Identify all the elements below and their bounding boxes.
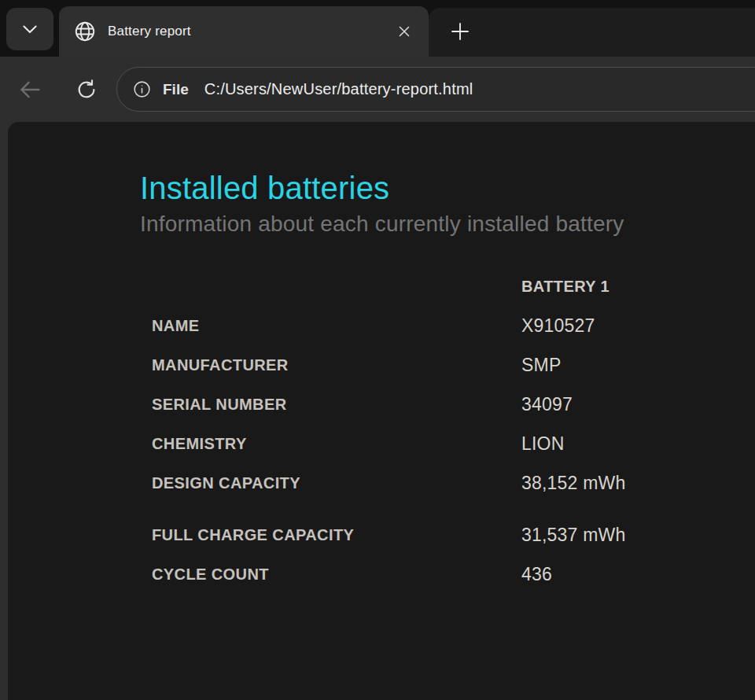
row-label: MANUFACTURER	[152, 356, 521, 374]
site-info-button[interactable]	[127, 74, 156, 105]
chevron-down-icon	[19, 18, 41, 40]
battery-table-row: MANUFACTURER SMP	[152, 345, 755, 385]
page-title: Installed batteries	[140, 171, 755, 206]
globe-favicon-icon	[73, 20, 97, 43]
close-icon	[396, 23, 413, 40]
row-label: CHEMISTRY	[152, 435, 521, 453]
new-tab-button[interactable]	[439, 10, 481, 53]
row-value: 38,152 mWh	[521, 473, 755, 494]
url-scheme-label: File	[163, 81, 189, 98]
tab-title: Battery report	[108, 24, 392, 39]
row-value: X910527	[521, 315, 755, 337]
refresh-button[interactable]	[64, 57, 109, 122]
battery-table-row: CYCLE COUNT 436	[152, 554, 755, 594]
row-label: DESIGN CAPACITY	[152, 474, 521, 492]
row-value: 436	[521, 564, 755, 585]
row-value: 31,537 mWh	[521, 525, 755, 546]
battery-table-row: NAME X910527	[152, 306, 755, 345]
battery-table: BATTERY 1 NAME X910527 MANUFACTURER SMP …	[152, 267, 755, 594]
row-value: 34097	[521, 394, 755, 415]
row-label: CYCLE COUNT	[152, 566, 521, 584]
address-url-text: C:/Users/NewUser/battery-report.html	[204, 80, 473, 98]
battery-column-header: BATTERY 1	[521, 278, 755, 296]
browser-tab-battery-report[interactable]: Battery report	[59, 6, 429, 57]
tab-search-dropdown-button[interactable]	[6, 8, 53, 50]
arrow-left-icon	[17, 76, 43, 103]
row-value: LION	[521, 433, 755, 455]
battery-table-row: DESIGN CAPACITY 38,152 mWh	[152, 463, 755, 503]
address-bar[interactable]: File C:/Users/NewUser/battery-report.htm…	[116, 67, 755, 112]
back-button[interactable]	[8, 57, 52, 122]
battery-table-header-row: BATTERY 1	[152, 267, 755, 306]
row-value: SMP	[521, 355, 755, 376]
battery-table-row: SERIAL NUMBER 34097	[152, 385, 755, 424]
browser-toolbar: File C:/Users/NewUser/battery-report.htm…	[0, 57, 755, 122]
row-label: SERIAL NUMBER	[152, 396, 521, 414]
row-label: NAME	[152, 317, 521, 335]
tab-close-button[interactable]	[392, 20, 416, 43]
page-subtitle: Information about each currently install…	[140, 212, 755, 237]
row-label: FULL CHARGE CAPACITY	[152, 526, 521, 544]
tab-strip: Battery report	[0, 0, 755, 57]
info-icon	[132, 79, 152, 99]
refresh-icon	[75, 78, 98, 101]
battery-table-row: CHEMISTRY LION	[152, 424, 755, 463]
web-content-area: Installed batteries Information about ea…	[8, 122, 755, 700]
battery-table-row: FULL CHARGE CAPACITY 31,537 mWh	[152, 515, 755, 554]
plus-icon	[447, 19, 473, 44]
